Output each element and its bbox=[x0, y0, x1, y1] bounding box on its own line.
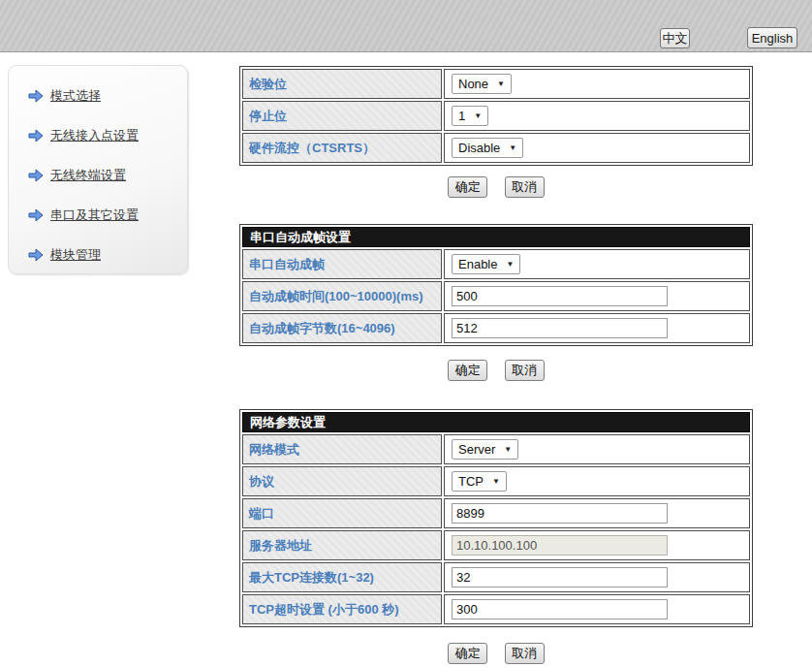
auto-frame-bytes-input[interactable] bbox=[452, 318, 668, 338]
auto-frame-enable-select[interactable]: Enable ▼ bbox=[452, 254, 520, 274]
serial-port-settings-table: 检验位 None ▼ 停止位 1 ▼ 硬件流控（CTSRTS） Disabl bbox=[239, 66, 753, 166]
chevron-down-icon: ▼ bbox=[474, 111, 482, 120]
network-settings-table: 网络参数设置 网络模式 Server ▼ 协议 TCP ▼ 端口 bbox=[239, 409, 753, 627]
table-row: 端口 bbox=[242, 498, 750, 528]
auto-frame-time-input[interactable] bbox=[452, 286, 668, 306]
server-address-label: 服务器地址 bbox=[242, 530, 442, 560]
chevron-down-icon: ▼ bbox=[509, 143, 516, 152]
table-row: 串口自动成帧 Enable ▼ bbox=[242, 249, 750, 279]
parity-label: 检验位 bbox=[242, 69, 442, 99]
protocol-select[interactable]: TCP ▼ bbox=[452, 471, 507, 492]
chevron-down-icon: ▼ bbox=[506, 260, 514, 269]
confirm-button[interactable]: 确定 bbox=[448, 176, 487, 198]
port-label: 端口 bbox=[242, 498, 442, 528]
table-row: 协议 TCP ▼ bbox=[242, 466, 750, 496]
stop-bits-label: 停止位 bbox=[242, 101, 442, 131]
table-row: 检验位 None ▼ bbox=[242, 69, 750, 99]
cancel-button[interactable]: 取消 bbox=[505, 360, 545, 381]
top-bar: 中文 English bbox=[0, 0, 812, 52]
confirm-button[interactable]: 确定 bbox=[448, 360, 487, 381]
table-row: 自动成帧字节数(16~4096) bbox=[242, 313, 750, 343]
server-address-input bbox=[452, 535, 668, 556]
table-row: TCP超时设置 (小于600 秒) bbox=[242, 594, 750, 624]
arrow-right-icon bbox=[28, 248, 44, 262]
sidebar-item-label: 模式选择 bbox=[50, 87, 101, 105]
port-input[interactable] bbox=[452, 503, 668, 524]
cancel-button[interactable]: 取消 bbox=[505, 176, 545, 198]
table-row: 停止位 1 ▼ bbox=[242, 101, 750, 131]
sidebar-item-label: 无线终端设置 bbox=[50, 167, 126, 184]
chevron-down-icon: ▼ bbox=[504, 445, 512, 454]
max-tcp-connections-input[interactable] bbox=[452, 567, 668, 588]
flow-control-select[interactable]: Disable ▼ bbox=[452, 138, 523, 158]
network-mode-label: 网络模式 bbox=[242, 434, 442, 464]
arrow-right-icon bbox=[28, 208, 44, 222]
table-row: 硬件流控（CTSRTS） Disable ▼ bbox=[242, 133, 750, 163]
language-english-button[interactable]: English bbox=[747, 27, 797, 48]
table-row: 服务器地址 bbox=[242, 530, 750, 560]
arrow-right-icon bbox=[28, 89, 44, 103]
table-header-row: 串口自动成帧设置 bbox=[242, 227, 750, 247]
max-tcp-connections-label: 最大TCP连接数(1~32) bbox=[242, 562, 442, 592]
tcp-timeout-label: TCP超时设置 (小于600 秒) bbox=[242, 594, 442, 624]
language-chinese-button[interactable]: 中文 bbox=[660, 28, 690, 48]
sidebar-item-wireless-sta-settings[interactable]: 无线终端设置 bbox=[28, 167, 187, 184]
auto-frame-settings-table: 串口自动成帧设置 串口自动成帧 Enable ▼ 自动成帧时间(100~1000… bbox=[239, 224, 753, 346]
sidebar-item-label: 无线接入点设置 bbox=[50, 127, 139, 144]
sidebar-item-mode-select[interactable]: 模式选择 bbox=[28, 87, 187, 105]
sidebar-item-wireless-ap-settings[interactable]: 无线接入点设置 bbox=[28, 127, 187, 144]
arrow-right-icon bbox=[28, 169, 44, 182]
serial-settings-actions: 确定 取消 bbox=[239, 176, 753, 198]
arrow-right-icon bbox=[28, 129, 44, 143]
sidebar-item-label: 串口及其它设置 bbox=[50, 206, 139, 224]
chevron-down-icon: ▼ bbox=[497, 79, 505, 88]
table-row: 网络模式 Server ▼ bbox=[242, 434, 750, 464]
auto-frame-enable-label: 串口自动成帧 bbox=[242, 249, 442, 279]
chevron-down-icon: ▼ bbox=[492, 477, 500, 486]
sidebar-item-label: 模块管理 bbox=[50, 246, 101, 264]
table-row: 最大TCP连接数(1~32) bbox=[242, 562, 750, 592]
cancel-button[interactable]: 取消 bbox=[505, 643, 545, 664]
table-header-row: 网络参数设置 bbox=[242, 412, 750, 432]
main-content: 检验位 None ▼ 停止位 1 ▼ 硬件流控（CTSRTS） Disabl bbox=[239, 66, 753, 664]
sidebar-item-module-management[interactable]: 模块管理 bbox=[28, 246, 187, 264]
table-row: 自动成帧时间(100~10000)(ms) bbox=[242, 281, 750, 311]
auto-frame-actions: 确定 取消 bbox=[239, 360, 753, 381]
network-mode-select[interactable]: Server ▼ bbox=[452, 439, 518, 460]
flow-control-label: 硬件流控（CTSRTS） bbox=[242, 133, 442, 163]
network-section-title: 网络参数设置 bbox=[242, 412, 750, 432]
parity-select[interactable]: None ▼ bbox=[452, 74, 512, 94]
auto-frame-section-title: 串口自动成帧设置 bbox=[242, 227, 750, 247]
auto-frame-bytes-label: 自动成帧字节数(16~4096) bbox=[242, 313, 442, 343]
confirm-button[interactable]: 确定 bbox=[448, 643, 487, 664]
stop-bits-select[interactable]: 1 ▼ bbox=[452, 106, 488, 126]
tcp-timeout-input[interactable] bbox=[452, 599, 668, 619]
network-settings-actions: 确定 取消 bbox=[239, 643, 753, 664]
sidebar-nav: 模式选择 无线接入点设置 无线终端设置 串口及其它设置 模块管理 bbox=[8, 65, 188, 274]
auto-frame-time-label: 自动成帧时间(100~10000)(ms) bbox=[242, 281, 442, 311]
sidebar-item-serial-other-settings[interactable]: 串口及其它设置 bbox=[28, 206, 187, 224]
protocol-label: 协议 bbox=[242, 466, 442, 496]
